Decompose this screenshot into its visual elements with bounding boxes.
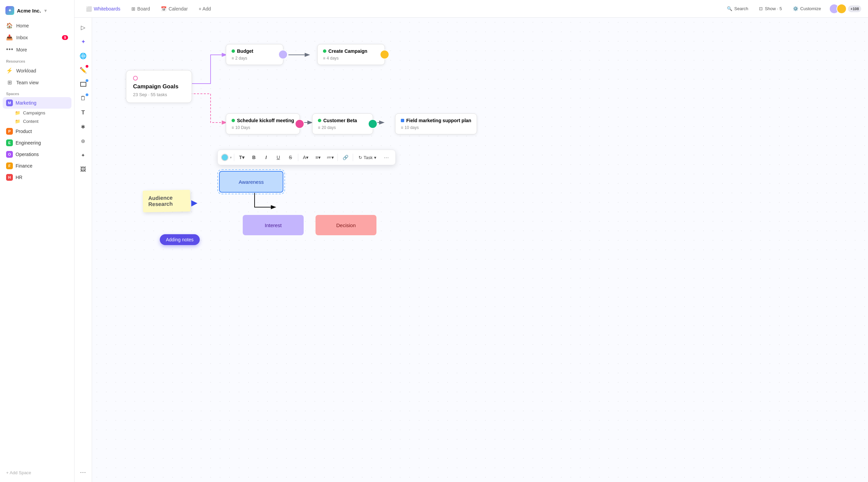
group-tool[interactable]: ⊛ (77, 135, 90, 148)
header-right: 🔍 Search ⊡ Show · 5 ⚙️ Customize +108 (724, 4, 861, 14)
interest-box[interactable]: Interest (243, 215, 304, 235)
italic-btn[interactable]: I (261, 152, 272, 163)
schedule-lines-icon: ≡ (232, 125, 234, 130)
field-marketing-title: Field marketing support plan (406, 118, 471, 123)
app-dropdown-icon[interactable]: ▾ (44, 8, 47, 13)
color-picker[interactable] (221, 154, 229, 161)
globe-tool[interactable]: 🌐 (77, 49, 90, 62)
board-tab-label: Board (137, 6, 150, 12)
engineering-label: Engineering (16, 140, 41, 146)
create-campaign-lines-icon: ≡ (323, 56, 325, 61)
field-marketing-lines-icon: ≡ (401, 125, 403, 130)
ai-tool[interactable]: ✦ (77, 35, 90, 48)
bold-btn[interactable]: B (248, 152, 259, 163)
sticky-note[interactable]: Audience Research ▶ (143, 190, 190, 212)
more-tools-button[interactable]: ··· (77, 466, 90, 479)
add-space-label: + Add Space (6, 470, 31, 475)
sidebar-item-more[interactable]: ••• More (3, 43, 71, 56)
show-label: Show · 5 (765, 6, 782, 11)
underline-btn[interactable]: U (273, 152, 284, 163)
spaces-section-label: Spaces (0, 88, 74, 97)
text-icon: T (81, 109, 85, 116)
divider-3 (338, 154, 338, 161)
list-btn[interactable]: ≔▾ (325, 152, 335, 163)
sidebar-item-hr[interactable]: H HR (3, 172, 71, 183)
budget-meta: ≡ 2 days (232, 56, 278, 61)
app-logo[interactable]: ✦ Acme Inc. ▾ (0, 4, 74, 20)
campaign-goals-node[interactable]: Campaign Goals 23 Sep · 55 tasks (126, 70, 192, 103)
image-tool[interactable]: 🖼 (77, 163, 90, 176)
operations-dot: O (6, 151, 13, 158)
sidebar-item-engineering[interactable]: E Engineering (3, 137, 71, 149)
field-marketing-node[interactable]: Field marketing support plan ≡ 10 days (395, 113, 477, 134)
board-tab-icon: ⊞ (131, 6, 135, 12)
pointer-tool[interactable]: ▷ (77, 21, 90, 34)
align-btn[interactable]: ≡▾ (312, 152, 323, 163)
sidebar-item-marketing[interactable]: M Marketing (3, 97, 71, 109)
magic-icon: ✦ (81, 152, 85, 158)
budget-days: 2 days (235, 56, 247, 61)
tab-board[interactable]: ⊞ Board (127, 3, 155, 14)
sidebar-item-operations[interactable]: O Operations (3, 149, 71, 160)
search-icon: 🔍 (727, 6, 732, 11)
canvas[interactable]: Campaign Goals 23 Sep · 55 tasks Budget … (92, 18, 868, 482)
sidebar-item-teamview[interactable]: ⊞ Team view (3, 76, 71, 88)
sidebar-item-home[interactable]: 🏠 Home (3, 20, 71, 31)
strikethrough-btn[interactable]: S (285, 152, 296, 163)
sidebar-item-workload[interactable]: ⚡ Workload (3, 65, 71, 76)
add-tab-label: + Add (199, 6, 211, 12)
customize-button[interactable]: ⚙️ Customize (790, 5, 824, 13)
budget-node[interactable]: Budget ≡ 2 days (226, 44, 283, 65)
text-style-btn[interactable]: T▾ (236, 152, 247, 163)
create-campaign-node[interactable]: Create Campaign ≡ 4 days (317, 44, 385, 65)
connector-tool[interactable]: ✱ (77, 121, 90, 133)
customer-beta-meta: ≡ 20 days (318, 125, 367, 130)
task-btn[interactable]: ↻ Task ▾ (355, 154, 380, 161)
customer-beta-days: 20 days (322, 125, 336, 130)
home-icon: 🏠 (6, 22, 13, 29)
tab-whiteboards[interactable]: ⬜ Whiteboards (81, 3, 125, 14)
note-tool[interactable]: 🗒 (77, 92, 90, 105)
customer-beta-node[interactable]: Customer Beta ≡ 20 days (312, 113, 373, 134)
adding-notes-pill[interactable]: Adding notes (160, 234, 200, 245)
magic-tool[interactable]: ✦ (77, 149, 90, 162)
font-color-btn[interactable]: A▾ (300, 152, 311, 163)
sidebar-item-campaigns[interactable]: 📁 Campaigns (3, 109, 71, 117)
sidebar-item-finance[interactable]: F Finance (3, 160, 71, 172)
rect-tool[interactable] (77, 78, 90, 91)
tab-add[interactable]: + Add (194, 3, 216, 14)
sidebar-item-inbox[interactable]: 📥 Inbox 9 (3, 31, 71, 43)
rect-icon (80, 82, 86, 87)
sticky-note-text: Audience Research (148, 195, 173, 207)
inbox-icon: 📥 (6, 34, 13, 41)
add-space-button[interactable]: + Add Space (0, 467, 74, 478)
show-icon: ⊡ (759, 6, 763, 11)
search-button[interactable]: 🔍 Search (724, 5, 751, 13)
marketing-label: Marketing (16, 100, 36, 106)
app-name: Acme Inc. (17, 8, 41, 14)
product-dot: P (6, 128, 13, 135)
decision-box[interactable]: Decision (316, 215, 376, 235)
show-button[interactable]: ⊡ Show · 5 (756, 5, 785, 13)
color-dropdown-icon[interactable]: ▾ (230, 155, 232, 160)
sidebar-item-content[interactable]: 📁 Content (3, 117, 71, 126)
schedule-kickoff-node[interactable]: Schedule kickoff meeting ≡ 10 Days (226, 113, 300, 134)
team-view-icon: ⊞ (6, 79, 13, 86)
more-format-btn[interactable]: ··· (381, 152, 392, 163)
tab-calendar[interactable]: 📅 Calendar (156, 3, 193, 14)
header: ⬜ Whiteboards ⊞ Board 📅 Calendar + Add 🔍… (74, 0, 868, 18)
content-folder-icon: 📁 (15, 119, 20, 124)
sidebar-item-product[interactable]: P Product (3, 126, 71, 137)
link-btn[interactable]: 🔗 (340, 152, 351, 163)
text-tool[interactable]: T (77, 106, 90, 119)
search-label: Search (734, 6, 748, 11)
pencil-tool[interactable]: ✏️ (77, 64, 90, 76)
sticky-arrow-icon: ▶ (191, 198, 197, 207)
awareness-box[interactable]: Awareness (219, 171, 283, 193)
workload-label: Workload (16, 68, 36, 73)
budget-lines-icon: ≡ (232, 56, 234, 61)
customer-beta-title: Customer Beta (323, 118, 357, 123)
sidebar-nav: 🏠 Home 📥 Inbox 9 ••• More (0, 20, 74, 56)
avatars-group: +108 (829, 4, 861, 14)
sidebar-item-more-label: More (16, 47, 27, 52)
